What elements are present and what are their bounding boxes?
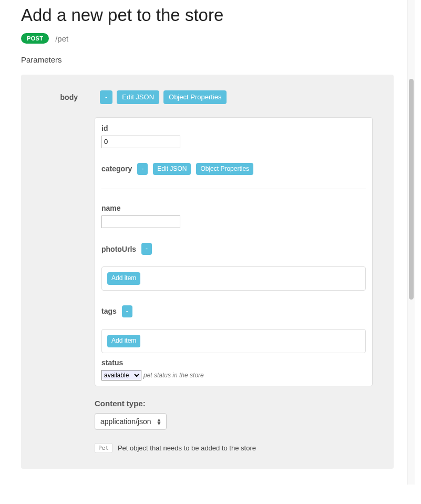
parameters-panel: body - Edit JSON Object Properties id ca (21, 75, 394, 469)
content-type-label: Content type: (95, 399, 373, 408)
field-category-group: category - Edit JSON Object Properties (101, 163, 366, 189)
field-id-input[interactable] (101, 136, 180, 148)
field-name-input[interactable] (101, 215, 180, 228)
body-edit-json-button[interactable]: Edit JSON (117, 90, 159, 104)
body-param-label: body (60, 93, 78, 101)
divider (101, 189, 366, 189)
page-scrollbar-thumb[interactable] (409, 79, 414, 300)
tags-collapse-button[interactable]: - (122, 305, 132, 317)
field-id-label: id (101, 124, 366, 132)
model-row: Pet Pet object that needs to be added to… (95, 443, 373, 453)
endpoint-path: /pet (55, 34, 68, 43)
model-description: Pet object that needs to be added to the… (118, 444, 256, 452)
body-editor-well: id category - Edit JSON Object Propertie… (95, 117, 373, 386)
category-edit-json-button[interactable]: Edit JSON (153, 163, 191, 175)
select-caret-icon: ▲▼ (157, 418, 162, 425)
page-title: Add a new pet to the store (21, 5, 394, 25)
field-status-description: pet status in the store (143, 372, 204, 379)
category-object-properties-button[interactable]: Object Properties (196, 163, 253, 175)
field-tags-label: tags (101, 307, 117, 315)
body-collapse-button[interactable]: - (100, 90, 112, 104)
content-type-value: application/json (100, 417, 151, 426)
photourls-add-item-button[interactable]: Add item (107, 272, 140, 284)
parameters-heading: Parameters (21, 55, 394, 64)
field-status-label: status (101, 358, 366, 367)
category-collapse-button[interactable]: - (137, 163, 148, 175)
field-id-group: id (101, 124, 366, 148)
field-status-group: status available pet status in the store (101, 358, 366, 380)
model-name-badge: Pet (95, 443, 112, 453)
field-name-group: name (101, 204, 366, 228)
field-category-label: category (101, 164, 132, 173)
field-photourls-label: photoUrls (101, 245, 136, 253)
content-type-select[interactable]: application/json ▲▼ (95, 413, 167, 430)
tags-add-item-button[interactable]: Add item (107, 335, 140, 347)
field-photourls-group: photoUrls - Add item (101, 243, 366, 291)
field-name-label: name (101, 204, 366, 212)
http-method-pill: POST (21, 33, 49, 44)
field-tags-group: tags - Add item (101, 305, 366, 353)
body-object-properties-button[interactable]: Object Properties (163, 90, 227, 104)
field-status-select[interactable]: available (101, 370, 141, 380)
page-scrollbar[interactable] (407, 0, 415, 485)
method-path-row: POST /pet (21, 33, 394, 44)
photourls-collapse-button[interactable]: - (141, 243, 152, 255)
